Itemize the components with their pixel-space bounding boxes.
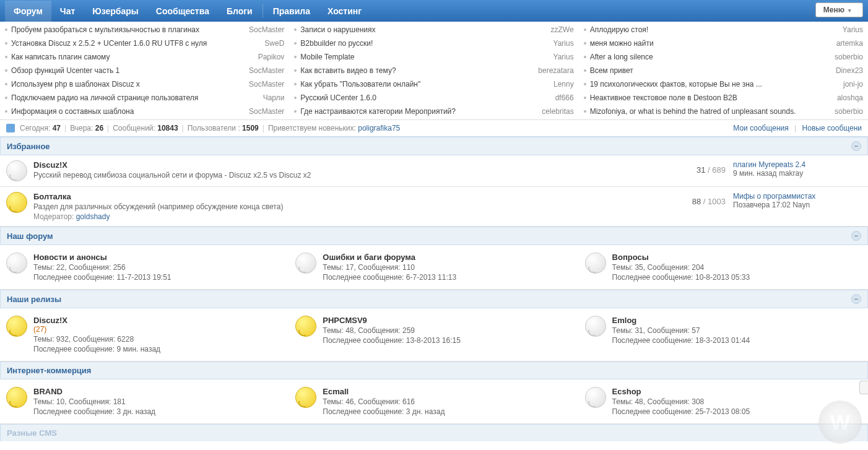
- collapse-icon[interactable]: −: [851, 231, 861, 241]
- thread-link[interactable]: 19 психологических фактов, которые Вы не…: [590, 79, 840, 90]
- nav-link-2[interactable]: Юзербары: [84, 1, 147, 22]
- nav-link-4[interactable]: Блоги: [218, 1, 261, 22]
- thread-author-link[interactable]: soberbio: [835, 106, 863, 117]
- thread-row: 19 психологических фактов, которые Вы не…: [584, 77, 863, 91]
- thread-link[interactable]: Неактивное текстовое поле в Destoon B2B: [590, 92, 833, 103]
- menu-button[interactable]: Меню: [815, 2, 863, 17]
- thread-author-link[interactable]: Yarius: [553, 38, 574, 49]
- thread-row: Всем приветDinex23: [584, 64, 863, 77]
- forum-title-link[interactable]: PHPCMSV9: [323, 316, 367, 325]
- bullet-icon: [294, 110, 297, 113]
- section-commerce-header[interactable]: Интернет-коммерция: [0, 361, 868, 379]
- nav-link-3[interactable]: Сообщества: [147, 1, 218, 22]
- thread-author-link[interactable]: Чарли: [263, 92, 285, 103]
- forum-lastpost: Последнее сообщение: 10-8-2013 05:33: [612, 273, 862, 282]
- section-cms-header[interactable]: Разные CMS: [0, 424, 868, 441]
- forum-title-link[interactable]: Вопросы: [612, 253, 649, 262]
- thread-link[interactable]: Записи о нарушениях: [300, 24, 547, 35]
- thread-author-link[interactable]: soberbio: [835, 51, 863, 63]
- section-favorites-title: Избранное: [7, 142, 50, 151]
- section-ourforum-title: Наш форум: [7, 231, 53, 241]
- thread-link[interactable]: After a long silence: [590, 51, 831, 63]
- section-ourforum-header[interactable]: Наш форум −: [0, 227, 868, 245]
- nav-link-1[interactable]: Чат: [51, 1, 84, 22]
- forum-title-link[interactable]: Болталка: [33, 192, 71, 201]
- welcome-user-link[interactable]: poligrafika75: [358, 124, 400, 132]
- stat-users-label: Пользователи :: [188, 124, 240, 132]
- new-posts-link[interactable]: Новые сообщени: [802, 124, 862, 132]
- forum-meta: Темы: 35, Сообщения: 204: [612, 263, 862, 272]
- forum-lastpost: Последнее сообщение: 3 дн. назад: [323, 407, 572, 416]
- thread-row: Используем php в шаблонах Discuz xSocMas…: [5, 77, 284, 91]
- forum-title-link[interactable]: Discuz!X: [33, 160, 67, 170]
- lastpost-link[interactable]: плагин Myrepeats 2.4: [733, 160, 862, 169]
- thread-link[interactable]: Русский UCenter 1.6.0: [300, 92, 551, 103]
- forum-title-link[interactable]: Ecshop: [612, 387, 641, 396]
- forum-status-icon: [295, 387, 316, 408]
- thread-link[interactable]: Как убрать "Пользователи онлайн": [300, 79, 550, 90]
- forum-lastpost: Последнее сообщение: 11-7-2013 19:51: [33, 273, 283, 282]
- thread-link[interactable]: Обзор функций Ucenter часть 1: [11, 65, 245, 76]
- latest-threads: Пробуем разобраться с мультиязычностью в…: [0, 22, 868, 120]
- forum-meta: Темы: 31, Сообщения: 57: [612, 326, 862, 335]
- thread-row: Mizofoniya, or what is behind the hatred…: [584, 105, 863, 118]
- forum-title-link[interactable]: Новости и анонсы: [33, 253, 107, 262]
- thread-link[interactable]: Где настраиваются категории Мероприятий?: [300, 106, 538, 117]
- thread-author-link[interactable]: SweD: [264, 38, 284, 49]
- thread-author-link[interactable]: SocMaster: [249, 24, 284, 35]
- moderator-link[interactable]: goldshady: [76, 212, 110, 221]
- forum-meta: Темы: 10, Сообщения: 181: [33, 397, 283, 406]
- section-releases-header[interactable]: Наши релизы −: [0, 290, 868, 308]
- thread-link[interactable]: Аплодирую стоя!: [590, 24, 839, 35]
- nav-link-0[interactable]: Форум: [5, 1, 51, 22]
- thread-author-link[interactable]: df666: [555, 92, 574, 103]
- forum-title-link[interactable]: BRAND: [33, 387, 63, 396]
- my-posts-link[interactable]: Мои сообщения: [733, 124, 788, 132]
- bullet-icon: [294, 97, 297, 99]
- thread-link[interactable]: Как написать плагин самому: [11, 51, 254, 63]
- thread-link[interactable]: Информация о составных шаблона: [11, 106, 245, 117]
- thread-link[interactable]: Как вставить видео в тему?: [300, 65, 534, 76]
- thread-author-link[interactable]: berezatara: [538, 65, 573, 76]
- thread-author-link[interactable]: celebritas: [542, 106, 573, 117]
- lastpost-link[interactable]: Мифы о программистах: [733, 192, 862, 201]
- thread-link[interactable]: Mobile Template: [300, 51, 549, 63]
- thread-author-link[interactable]: Dinex23: [836, 65, 863, 76]
- thread-author-link[interactable]: Papikov: [258, 51, 285, 63]
- thread-author-link[interactable]: joni-jo: [843, 79, 863, 90]
- collapse-icon[interactable]: −: [851, 294, 861, 304]
- nav-link-5[interactable]: Правила: [264, 1, 319, 22]
- thread-link[interactable]: меня можно найти: [590, 38, 833, 49]
- thread-link[interactable]: Установка Discuz x 2.5.2 + UCenter 1.6.0…: [11, 38, 261, 49]
- thread-author-link[interactable]: SocMaster: [249, 106, 284, 117]
- thread-author-link[interactable]: aloshqa: [837, 92, 863, 103]
- side-tab[interactable]: [859, 381, 868, 394]
- thread-author-link[interactable]: artemka: [836, 38, 863, 49]
- thread-link[interactable]: B2bbuilder по русски!: [300, 38, 549, 49]
- forum-title-link[interactable]: Emlog: [612, 316, 637, 325]
- forum-grid-item: Новости и анонсыТемы: 22, Сообщения: 256…: [0, 248, 289, 287]
- forum-status-icon: [585, 316, 606, 337]
- thread-author-link[interactable]: Lenny: [553, 79, 574, 90]
- collapse-icon[interactable]: −: [851, 141, 861, 151]
- thread-author-link[interactable]: Yarius: [843, 24, 863, 35]
- forum-title-link[interactable]: Ecmall: [323, 387, 349, 396]
- thread-author-link[interactable]: SocMaster: [249, 79, 284, 90]
- bullet-icon: [584, 97, 586, 99]
- nav-link-6[interactable]: Хостинг: [319, 1, 370, 22]
- thread-author-link[interactable]: zzZWe: [551, 24, 574, 35]
- thread-link[interactable]: Mizofoniya, or what is behind the hatred…: [590, 106, 831, 117]
- stat-yesterday: 26: [95, 124, 103, 132]
- thread-link[interactable]: Подключаем радио на личной странице поль…: [11, 92, 259, 103]
- thread-author-link[interactable]: Yarius: [553, 51, 574, 63]
- thread-link[interactable]: Пробуем разобраться с мультиязычностью в…: [11, 24, 245, 35]
- section-favorites-header[interactable]: Избранное −: [0, 137, 868, 155]
- thread-link[interactable]: Всем привет: [590, 65, 832, 76]
- forum-title-link[interactable]: Discuz!X: [33, 316, 67, 325]
- forum-description: Русский перевод симбиоза социальной сети…: [33, 171, 658, 180]
- thread-author-link[interactable]: SocMaster: [249, 65, 284, 76]
- forum-status-icon: [6, 316, 27, 337]
- thread-link[interactable]: Используем php в шаблонах Discuz x: [11, 79, 245, 90]
- forum-title-link[interactable]: Ошибки и баги форума: [323, 253, 415, 262]
- forum-status-icon: [6, 192, 27, 213]
